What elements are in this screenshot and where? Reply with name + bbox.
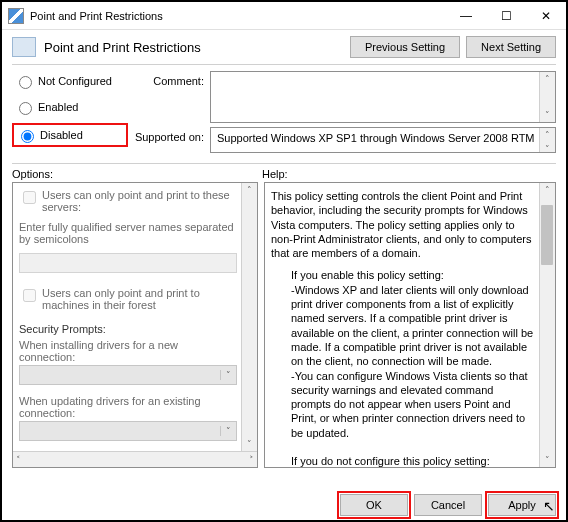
server-names-hint: Enter fully qualified server names separ… [19, 221, 237, 245]
options-scrollbar-v[interactable]: ˄ ˅ [241, 183, 257, 451]
install-combo[interactable]: ˅ [19, 365, 237, 385]
chevron-down-icon: ˅ [220, 370, 236, 380]
help-scrollbar-v[interactable]: ˄ ˅ [539, 183, 555, 467]
window-titlebar: Point and Print Restrictions — ☐ ✕ [2, 2, 566, 30]
comment-textarea[interactable]: ˄ ˅ [210, 71, 556, 123]
chevron-right-icon: ˃ [246, 453, 257, 467]
comment-scrollbar[interactable]: ˄ ˅ [539, 72, 555, 122]
policy-header: Point and Print Restrictions Previous Se… [2, 30, 566, 64]
help-p2: If you enable this policy setting: [271, 268, 535, 282]
radio-enabled[interactable]: Enabled [12, 97, 128, 117]
help-p5: If you do not configure this policy sett… [271, 454, 535, 467]
chevron-down-icon: ˅ [542, 453, 553, 467]
options-panel: Users can only point and print to these … [12, 182, 258, 468]
next-setting-button[interactable]: Next Setting [466, 36, 556, 58]
chevron-down-icon: ˅ [220, 426, 236, 436]
ok-button[interactable]: OK [340, 494, 408, 516]
chk-point-print-forest[interactable] [23, 289, 36, 302]
chevron-left-icon: ˂ [13, 453, 24, 467]
chevron-up-icon: ˄ [542, 128, 553, 142]
radio-enabled-label: Enabled [38, 101, 78, 113]
security-prompts-label: Security Prompts: [19, 323, 237, 335]
chk-point-print-forest-label: Users can only point and print to machin… [42, 287, 237, 311]
policy-icon [12, 37, 36, 57]
radio-disabled-label: Disabled [40, 129, 83, 141]
chevron-up-icon: ˄ [542, 183, 553, 197]
minimize-button[interactable]: — [446, 3, 486, 29]
comment-label: Comment: [128, 71, 210, 123]
dialog-buttons: OK Cancel Apply [340, 494, 556, 516]
radio-enabled-input[interactable] [19, 102, 32, 115]
chk-point-print-servers-label: Users can only point and print to these … [42, 189, 237, 213]
radio-disabled[interactable]: Disabled [12, 123, 128, 147]
chevron-down-icon: ˅ [542, 108, 553, 122]
help-p1: This policy setting controls the client … [271, 189, 535, 260]
install-label: When installing drivers for a new connec… [19, 339, 237, 363]
supported-on-field: Supported Windows XP SP1 through Windows… [210, 127, 556, 153]
supported-on-label: Supported on: [128, 127, 210, 153]
chevron-down-icon: ˅ [244, 437, 255, 451]
help-heading: Help: [262, 168, 556, 180]
help-p4: -You can configure Windows Vista clients… [271, 369, 535, 440]
options-heading: Options: [12, 168, 262, 180]
window-title: Point and Print Restrictions [30, 10, 446, 22]
apply-button[interactable]: Apply [488, 494, 556, 516]
radio-not-configured-input[interactable] [19, 76, 32, 89]
supported-scrollbar[interactable]: ˄ ˅ [539, 128, 555, 152]
server-names-input[interactable] [19, 253, 237, 273]
previous-setting-button[interactable]: Previous Setting [350, 36, 460, 58]
scrollbar-thumb[interactable] [541, 205, 553, 265]
options-scrollbar-h[interactable]: ˂ ˃ [13, 451, 257, 467]
update-label: When updating drivers for an existing co… [19, 395, 237, 419]
radio-disabled-input[interactable] [21, 130, 34, 143]
close-button[interactable]: ✕ [526, 3, 566, 29]
maximize-button[interactable]: ☐ [486, 3, 526, 29]
radio-not-configured[interactable]: Not Configured [12, 71, 128, 91]
chk-point-print-servers[interactable] [23, 191, 36, 204]
chevron-up-icon: ˄ [542, 72, 553, 86]
help-p3: -Windows XP and later clients will only … [271, 283, 535, 369]
chevron-down-icon: ˅ [542, 142, 553, 153]
chevron-up-icon: ˄ [244, 183, 255, 197]
app-icon [8, 8, 24, 24]
supported-on-value: Supported Windows XP SP1 through Windows… [217, 132, 535, 144]
radio-not-configured-label: Not Configured [38, 75, 112, 87]
help-panel: This policy setting controls the client … [264, 182, 556, 468]
policy-title: Point and Print Restrictions [44, 40, 344, 55]
cancel-button[interactable]: Cancel [414, 494, 482, 516]
update-combo[interactable]: ˅ [19, 421, 237, 441]
